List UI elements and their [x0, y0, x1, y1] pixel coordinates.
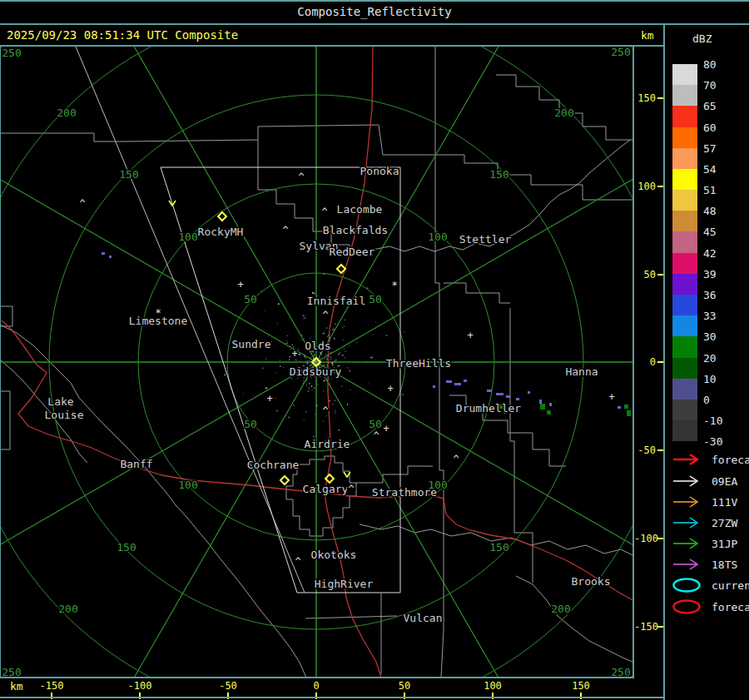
ring-distance-label: 100: [178, 479, 197, 491]
frame-top-line: [0, 0, 749, 2]
city-label: Innisfail: [307, 295, 365, 307]
radar-site-diamond-icon: [280, 476, 289, 484]
bottom-axis-tick-label: -50: [219, 680, 237, 692]
city-label: RockyMH: [198, 226, 244, 238]
colorbar-swatch: [672, 420, 697, 441]
colorbar-swatch: [672, 400, 697, 420]
colorbar-swatch: [672, 315, 697, 336]
radar-echo: [446, 380, 452, 383]
town-marker: +: [467, 330, 473, 341]
ring-distance-label: 200: [554, 107, 573, 119]
legend-item-label: current: [712, 579, 749, 592]
city-label: Brooks: [572, 575, 611, 588]
radar-echo: [618, 406, 621, 409]
colorbar-tick-label: 48: [703, 205, 717, 217]
right-axis-tick-label: -100: [634, 533, 656, 544]
radar-echo: [539, 400, 542, 404]
radar-echo: [540, 404, 545, 410]
town-marker: +: [383, 423, 389, 434]
city-labels: PonokaLacombeBlackfaldsSylvanRedDeerStet…: [45, 165, 611, 624]
forecast-arrow-icon: [671, 452, 704, 467]
town-marker: +: [387, 383, 393, 395]
city-label: Lake: [47, 395, 73, 408]
ring-distance-label: 250: [2, 47, 21, 59]
radar-echo: [627, 410, 631, 416]
radar-echo: [549, 403, 552, 406]
city-label: Cochrane: [247, 459, 300, 471]
radar-site-diamond-icon: [218, 212, 226, 221]
legend-item-label: forecast: [712, 454, 749, 466]
ring-distance-label: 150: [489, 168, 508, 181]
town-marker: +: [291, 348, 297, 360]
info-bar: 2025/09/23 08:51:34 UTC Composite km: [0, 25, 664, 45]
ring-distance-label: 200: [551, 603, 570, 615]
colorbar-swatch: [672, 336, 697, 357]
city-label: Ponoka: [360, 165, 399, 177]
colorbar-tick-label: 60: [703, 121, 717, 133]
map-bottom-border: [0, 677, 634, 678]
site-18TS-icon: [671, 557, 704, 572]
radar-echo: [624, 405, 628, 409]
colorbar-swatch: [672, 231, 697, 252]
colorbar-tick-label: -10: [703, 415, 722, 427]
town-marker: ^: [298, 171, 304, 183]
colorbar-tick-label: 80: [703, 58, 717, 71]
site-111V-icon: [671, 494, 704, 509]
timestamp: 2025/09/23 08:51:34 UTC Composite: [7, 28, 238, 42]
radar-echo: [547, 410, 551, 415]
right-axis-tick-label: 100: [634, 181, 656, 192]
radar-echo: [496, 393, 503, 395]
colorbar-swatch: [672, 148, 697, 169]
city-label: ThreeHills: [386, 357, 451, 370]
right-axis: 150100500-50-100-150: [634, 47, 664, 678]
bottom-axis-tick-label: 150: [572, 680, 590, 692]
colorbar-swatch: [672, 295, 697, 315]
legend-item: 18TS: [671, 557, 749, 572]
legend-item: 09EA: [671, 474, 749, 489]
legend-item: 27ZW: [671, 515, 749, 530]
colorbar-tick-label: 0: [703, 393, 710, 405]
right-axis-unit: km: [641, 29, 654, 42]
radar-echo: [109, 256, 112, 258]
ring-distance-label: 150: [117, 541, 136, 554]
frame-bottom-line: [0, 697, 664, 698]
city-label: Airdrie: [305, 438, 350, 450]
right-axis-tick-label: 0: [634, 356, 656, 368]
site-31JP-icon: [671, 536, 704, 551]
forecast-ellipse-icon: [671, 599, 704, 614]
town-marker: +: [266, 393, 272, 405]
city-label: Hanna: [565, 365, 598, 378]
radar-echo: [528, 391, 530, 394]
map-right-border: [632, 47, 634, 678]
city-label: Lacombe: [337, 203, 383, 216]
town-marker: ^: [348, 484, 354, 495]
panel-divider: [663, 23, 665, 700]
colorbar-tick-label: 20: [703, 351, 717, 364]
colorbar-panel: dBZ 807065605754514845423936333020100-10…: [664, 25, 749, 700]
colorbar-tick-label: 65: [703, 100, 717, 112]
town-marker: ^: [453, 454, 459, 465]
radar-viewer-window: Composite_Reflectivity 2025/09/23 08:51:…: [0, 0, 749, 700]
city-label: Louise: [45, 409, 84, 421]
legend-item-label: 31JP: [712, 538, 737, 550]
city-label: HighRiver: [315, 578, 374, 590]
legend-item: 31JP: [671, 536, 749, 551]
town-marker: ^: [322, 405, 328, 417]
colorbar-tick-label: 33: [703, 310, 717, 322]
colorbar-tick-label: 57: [703, 141, 717, 154]
radar-echo: [516, 398, 519, 400]
town-marker: ^: [321, 206, 327, 218]
colorbar-swatch: [672, 169, 697, 190]
city-label: Blackfalds: [323, 224, 388, 236]
town-marker: +: [237, 279, 243, 290]
legend-item-label: forecast: [712, 601, 749, 613]
city-label: Olds: [305, 340, 330, 352]
bottom-axis-tick-label: 0: [313, 680, 319, 692]
colorbar-tick-label: 39: [703, 267, 717, 280]
ring-distance-label: 100: [178, 231, 197, 243]
town-marker: ^: [79, 198, 85, 210]
bottom-axis-tick-label: -150: [40, 680, 64, 692]
town-marker: +: [608, 391, 614, 403]
window-title: Composite_Reflectivity: [297, 5, 451, 18]
colorbar-swatch: [672, 85, 697, 106]
